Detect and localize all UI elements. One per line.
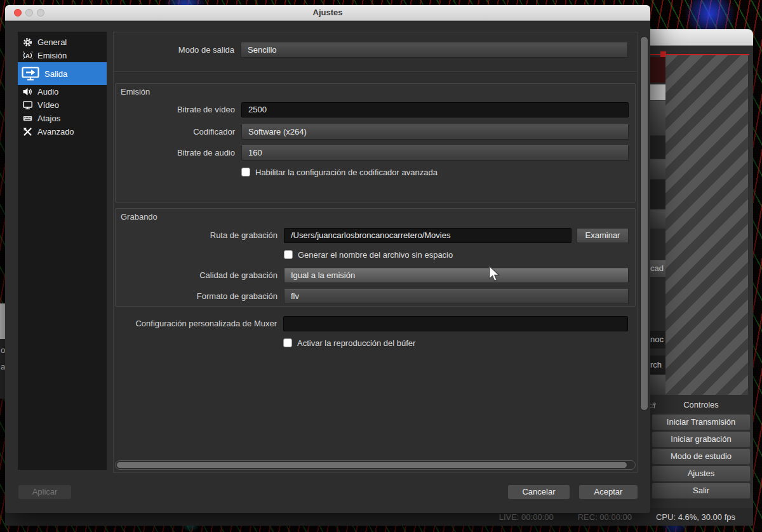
rec-timer: REC: 00:00:00 xyxy=(578,512,632,522)
speaker-icon xyxy=(23,87,32,96)
controls-dock-title: Controles xyxy=(652,400,751,413)
sidebar-item-general[interactable]: General xyxy=(18,36,107,49)
mouse-cursor xyxy=(488,265,502,284)
video-bitrate-label: Bitrate de vídeo xyxy=(116,102,235,117)
close-button[interactable] xyxy=(14,9,22,17)
recording-quality-select[interactable]: Igual a la emisión xyxy=(284,268,629,283)
studio-mode-button[interactable]: Modo de estudio xyxy=(652,448,751,465)
accept-button[interactable]: Aceptar xyxy=(578,484,638,500)
settings-button[interactable]: Ajustes xyxy=(652,465,751,482)
tools-icon xyxy=(23,127,32,136)
recording-path-input[interactable]: /Users/juancarlosbroncanocarretero/Movie… xyxy=(284,228,572,243)
occluded-slider-handle xyxy=(650,84,665,100)
occluded-block xyxy=(650,180,665,209)
audio-bitrate-select[interactable]: 160 xyxy=(241,145,629,161)
advanced-encoder-checkbox-row: Habilitar la configuración de codificado… xyxy=(241,167,438,177)
occluded-block xyxy=(650,375,665,395)
replay-buffer-checkbox-row: Activar la reproducción del búfer xyxy=(283,338,415,348)
broadcast-icon: A xyxy=(23,51,32,60)
sidebar-item-salida[interactable]: Salida xyxy=(18,62,107,85)
recording-format-label: Formato de grabación xyxy=(116,289,277,304)
settings-dialog: Ajustes General A Emisión Salida xyxy=(5,5,650,513)
sidebar-item-avanzado[interactable]: Avanzado xyxy=(18,125,107,138)
sidebar-item-atajos[interactable]: Atajos xyxy=(18,112,107,125)
replay-buffer-checkbox-label: Activar la reproducción del búfer xyxy=(297,338,415,348)
encoder-select[interactable]: Software (x264) xyxy=(241,124,629,140)
occluded-text-fragment: cad xyxy=(650,260,665,277)
horizontal-scrollbar[interactable] xyxy=(115,460,636,470)
muxer-settings-input[interactable] xyxy=(283,316,628,331)
preview-striped-placeholder[interactable] xyxy=(665,55,748,395)
monitor-icon xyxy=(23,100,32,110)
sidebar-item-label: Avanzado xyxy=(37,127,74,136)
exit-button[interactable]: Salir xyxy=(652,482,751,499)
minimize-button xyxy=(25,9,33,17)
muxer-settings-label: Configuración personalizada de Muxer xyxy=(114,316,277,331)
sidebar-item-video[interactable]: Vídeo xyxy=(18,98,107,112)
sidebar-item-label: Audio xyxy=(37,87,58,96)
output-mode-select[interactable]: Sencillo xyxy=(241,43,628,58)
output-mode-label: Modo de salida xyxy=(114,43,234,58)
browse-button[interactable]: Examinar xyxy=(577,228,629,243)
sidebar-item-label: Salida xyxy=(44,69,67,79)
occluded-block xyxy=(650,101,665,135)
start-streaming-button[interactable]: Iniciar Transmisión xyxy=(652,414,751,430)
advanced-encoder-checkbox[interactable] xyxy=(241,168,250,176)
occluded-text-fragment: rch xyxy=(650,356,665,374)
zoom-button xyxy=(37,9,44,17)
cancel-button[interactable]: Cancelar xyxy=(507,484,570,500)
cpu-fps-stats: CPU: 4.6%, 30.00 fps xyxy=(656,512,735,522)
streaming-group: Emisión Bitrate de vídeo 2500 Codificado… xyxy=(115,83,636,203)
apply-button[interactable]: Aplicar xyxy=(18,484,72,500)
sidebar-item-emision[interactable]: A Emisión xyxy=(18,49,107,62)
occluded-panel-sliver: cad noc rch xyxy=(650,29,665,395)
occluded-block xyxy=(650,136,665,159)
gear-icon xyxy=(23,37,32,47)
video-bitrate-input[interactable]: 2500 xyxy=(241,102,629,117)
desktop: cad noc rch Controles Iniciar Transmisió… xyxy=(0,0,762,532)
no-space-checkbox-label: Generar el nombre del archivo sin espaci… xyxy=(298,250,453,260)
output-monitor-icon xyxy=(22,67,39,81)
sidebar-item-label: Vídeo xyxy=(37,100,59,110)
dialog-titlebar[interactable]: Ajustes xyxy=(5,5,650,21)
settings-content: Modo de salida Sencillo Emisión Bitrate … xyxy=(113,32,638,473)
streaming-group-title: Emisión xyxy=(121,87,150,96)
sidebar-item-label: General xyxy=(37,37,67,47)
sidebar-item-label: Atajos xyxy=(37,114,60,123)
dialog-body: General A Emisión Salida Audio Vídeo xyxy=(5,21,650,513)
no-space-checkbox-row: Generar el nombre del archivo sin espaci… xyxy=(284,249,453,260)
replay-buffer-checkbox[interactable] xyxy=(283,338,292,347)
recording-path-label: Ruta de grabación xyxy=(116,228,277,243)
advanced-encoder-checkbox-label: Habilitar la configuración de codificado… xyxy=(255,168,438,177)
horizontal-scrollbar-thumb[interactable] xyxy=(117,462,627,468)
settings-sidebar: General A Emisión Salida Audio Vídeo xyxy=(18,32,107,470)
occluded-block xyxy=(650,209,665,229)
dialog-title: Ajustes xyxy=(5,5,650,20)
encoder-label: Codificador xyxy=(116,124,235,140)
svg-text:A: A xyxy=(25,53,30,59)
recording-format-select[interactable]: flv xyxy=(284,289,629,304)
live-timer: LIVE: 00:00:00 xyxy=(499,512,554,522)
vertical-scrollbar-thumb[interactable] xyxy=(640,36,648,411)
section-separator xyxy=(114,71,637,72)
recording-group-title: Grabando xyxy=(121,212,157,222)
audio-bitrate-label: Bitrate de audio xyxy=(116,145,235,161)
occluded-text-fragment: noc xyxy=(650,331,665,349)
occluded-block xyxy=(650,159,665,179)
no-space-checkbox[interactable] xyxy=(284,250,293,259)
sidebar-item-audio[interactable]: Audio xyxy=(18,85,107,98)
occluded-block xyxy=(650,57,665,83)
start-recording-button[interactable]: Iniciar grabación xyxy=(652,431,751,448)
sidebar-item-label: Emisión xyxy=(37,51,67,60)
keyboard-icon xyxy=(23,114,32,123)
recording-group: Grabando Ruta de grabación /Users/juanca… xyxy=(115,208,636,307)
recording-quality-label: Calidad de grabación xyxy=(116,268,277,283)
